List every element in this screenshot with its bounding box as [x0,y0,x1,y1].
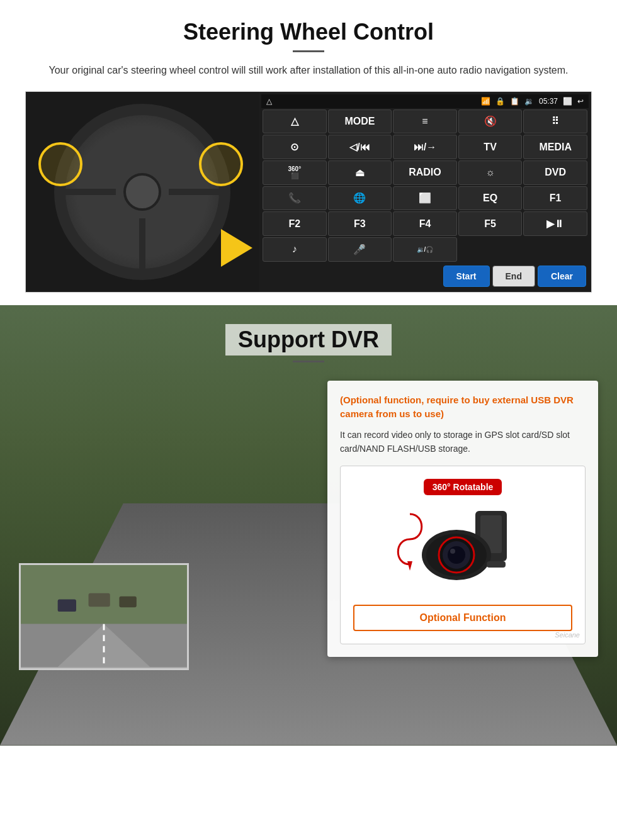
btn-play-pause[interactable]: ▶⏸ [523,211,587,236]
svg-point-14 [448,546,465,564]
steering-demo: △ 📶 🔒 📋 🔉 05:37 ⬜ ↩ △ MODE ≡ 🔇 ⠿ [25,91,592,293]
steering-section: Steering Wheel Control Your original car… [0,0,617,305]
btn-f3[interactable]: F3 [328,211,392,236]
btn-music[interactable]: ♪ [263,237,327,262]
volume-icon: 🔉 [524,97,534,106]
steering-title: Steering Wheel Control [25,19,592,45]
action-row: Start End Clear [261,263,589,289]
btn-eject[interactable]: ⏏ [328,160,392,185]
title-divider [293,50,324,52]
wheel-center [123,173,161,211]
dvr-title-divider [293,361,324,362]
btn-screen[interactable]: ⬜ [393,186,457,211]
dvr-info-card: (Optional function, require to buy exter… [327,381,598,658]
end-button[interactable]: End [492,266,535,287]
sim-icon: 📋 [510,97,519,106]
dvr-section: Support DVR (Optional function, require … [0,305,617,746]
highlight-right [199,142,243,186]
svg-rect-17 [487,561,506,568]
back-icon: ↩ [577,97,584,106]
dvr-title: Support DVR [225,324,392,356]
spiral-arrow-svg [391,508,429,583]
dvr-inset-inner [21,565,187,668]
svg-point-15 [450,549,455,554]
empty-2 [523,237,587,262]
btn-f2[interactable]: F2 [263,211,327,236]
btn-nav[interactable]: △ [263,109,327,134]
svg-rect-5 [89,593,110,607]
steering-wheel-photo [26,92,259,292]
dvr-road-svg [21,563,187,668]
btn-radio[interactable]: RADIO [393,160,457,185]
clear-button[interactable]: Clear [538,266,586,287]
btn-apps[interactable]: ⠿ [523,109,587,134]
nav-icon: △ [266,97,272,106]
statusbar-right: 📶 🔒 📋 🔉 05:37 ⬜ ↩ [481,97,584,106]
btn-mode[interactable]: MODE [328,109,392,134]
optional-function-label: Optional Function [353,605,572,631]
btn-dvd[interactable]: DVD [523,160,587,185]
btn-f5[interactable]: F5 [458,211,523,236]
spoke-right [169,189,219,195]
btn-mic[interactable]: 🎤 [328,237,392,262]
time-display: 05:37 [539,97,558,106]
start-button[interactable]: Start [443,266,490,287]
statusbar: △ 📶 🔒 📋 🔉 05:37 ⬜ ↩ [261,94,589,108]
head-unit: △ 📶 🔒 📋 🔉 05:37 ⬜ ↩ △ MODE ≡ 🔇 ⠿ [259,92,591,292]
steering-subtitle: Your original car's steering wheel contr… [25,62,592,79]
statusbar-left: △ [266,97,272,106]
btn-f1[interactable]: F1 [523,186,587,211]
wheel-graphic [54,104,230,280]
spoke-bottom [139,218,145,269]
btn-mute[interactable]: 🔇 [458,109,523,134]
dvr-inset-thumbnail [19,563,189,670]
svg-rect-4 [58,599,76,612]
btn-f4[interactable]: F4 [393,211,457,236]
button-grid: △ MODE ≡ 🔇 ⠿ ⊙ ◁/⏮ ⏭/→ TV MEDIA 360°⬛ ⏏ … [261,108,589,263]
dvr-title-area: Support DVR [0,305,617,375]
window-icon: ⬜ [563,97,572,106]
btn-phone[interactable]: 📞 [263,186,327,211]
btn-tv[interactable]: TV [458,135,523,159]
svg-rect-6 [119,596,136,607]
btn-vol-mix[interactable]: 🔉/🎧 [393,237,457,262]
spoke-left [65,189,116,195]
camera-graphic-wrap [353,501,572,596]
highlight-left [38,142,82,186]
btn-browser[interactable]: 🌐 [328,186,392,211]
lock-icon: 🔒 [495,97,505,106]
btn-cam360[interactable]: 360°⬛ [263,160,327,185]
dvr-description: It can record video only to storage in G… [340,428,586,456]
btn-next[interactable]: ⏭/→ [393,135,457,159]
badge-360: 360° Rotatable [424,479,502,495]
btn-settings[interactable]: ⊙ [263,135,327,159]
btn-eq[interactable]: EQ [458,186,523,211]
btn-bright[interactable]: ☼ [458,160,523,185]
btn-prev[interactable]: ◁/⏮ [328,135,392,159]
watermark: Seicane [555,631,580,639]
svg-marker-7 [407,561,412,571]
btn-media[interactable]: MEDIA [523,135,587,159]
optional-note: (Optional function, require to buy exter… [340,393,586,422]
wifi-icon: 📶 [481,97,490,106]
btn-menu[interactable]: ≡ [393,109,457,134]
empty-1 [458,237,523,262]
yellow-arrow [221,229,252,267]
camera-box: 360° Rotatable [340,466,586,644]
